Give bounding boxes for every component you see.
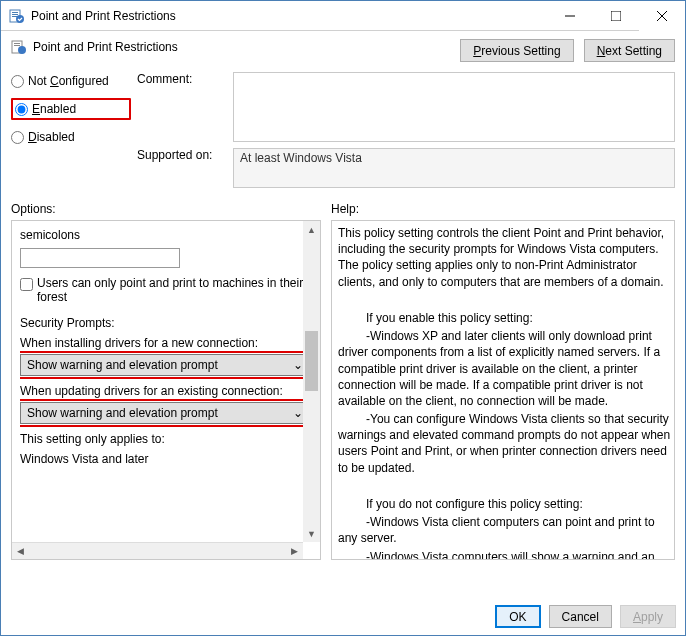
supported-label: Supported on: xyxy=(137,148,227,162)
minimize-button[interactable] xyxy=(547,1,593,31)
options-label: Options: xyxy=(11,202,321,216)
options-fragment-top: semicolons xyxy=(20,227,318,244)
chevron-down-icon: ⌄ xyxy=(293,358,303,372)
help-text: -Windows Vista client computers can poin… xyxy=(338,514,672,546)
scroll-down-icon[interactable]: ▼ xyxy=(303,525,320,542)
servers-input[interactable] xyxy=(20,248,180,268)
chevron-down-icon: ⌄ xyxy=(293,406,303,420)
scroll-right-icon[interactable]: ▶ xyxy=(286,543,303,560)
supported-on-value: At least Windows Vista xyxy=(233,148,675,188)
svg-point-4 xyxy=(16,15,24,23)
help-panel[interactable]: This policy setting controls the client … xyxy=(331,220,675,560)
scroll-left-icon[interactable]: ◀ xyxy=(12,543,29,560)
highlight-enabled: Enabled xyxy=(11,98,131,120)
help-text: If you do not configure this policy sett… xyxy=(338,496,672,512)
help-text: -You can configure Windows Vista clients… xyxy=(338,411,672,476)
svg-rect-10 xyxy=(14,43,20,44)
options-panel: semicolons Users can only point and prin… xyxy=(11,220,321,560)
maximize-button[interactable] xyxy=(593,1,639,31)
scroll-up-icon[interactable]: ▲ xyxy=(303,221,320,238)
forest-checkbox[interactable] xyxy=(20,278,33,291)
svg-rect-2 xyxy=(12,14,18,15)
apply-button: Apply xyxy=(620,605,676,628)
radio-disabled[interactable]: Disabled xyxy=(11,130,131,144)
scroll-thumb[interactable] xyxy=(305,331,318,391)
help-text: -Windows XP and later clients will only … xyxy=(338,328,672,409)
radio-not-configured[interactable]: Not Configured xyxy=(11,74,131,88)
titlebar: Point and Print Restrictions xyxy=(1,1,685,31)
ok-button[interactable]: OK xyxy=(495,605,540,628)
security-prompts-label: Security Prompts: xyxy=(20,316,318,330)
next-setting-button[interactable]: Next Setting xyxy=(584,39,675,62)
close-button[interactable] xyxy=(639,1,685,31)
comment-label: Comment: xyxy=(137,72,227,86)
radio-enabled[interactable]: Enabled xyxy=(15,102,123,116)
install-drivers-label: When installing drivers for a new connec… xyxy=(20,336,318,350)
svg-rect-1 xyxy=(12,12,18,13)
policy-icon xyxy=(11,39,27,55)
update-drivers-select[interactable]: Show warning and elevation prompt ⌄ xyxy=(20,402,308,424)
policy-icon xyxy=(9,8,25,24)
options-horizontal-scrollbar[interactable]: ◀ ▶ xyxy=(12,542,303,559)
svg-rect-6 xyxy=(611,11,621,21)
help-text: -Windows Vista computers will show a war… xyxy=(338,549,672,560)
update-drivers-label: When updating drivers for an existing co… xyxy=(20,384,318,398)
help-label: Help: xyxy=(331,202,675,216)
applies-to-value: Windows Vista and later xyxy=(20,452,318,466)
window-title: Point and Print Restrictions xyxy=(31,9,547,23)
forest-checkbox-label: Users can only point and print to machin… xyxy=(37,276,318,304)
svg-point-12 xyxy=(18,46,26,54)
help-text: This policy setting controls the client … xyxy=(338,225,672,290)
comment-textarea[interactable] xyxy=(233,72,675,142)
cancel-button[interactable]: Cancel xyxy=(549,605,612,628)
previous-setting-button[interactable]: Previous Setting xyxy=(460,39,573,62)
help-text: If you enable this policy setting: xyxy=(338,310,672,326)
dialog-footer: OK Cancel Apply xyxy=(0,597,686,636)
svg-rect-11 xyxy=(14,45,20,46)
applies-to-label: This setting only applies to: xyxy=(20,432,318,446)
options-vertical-scrollbar[interactable]: ▲ ▼ xyxy=(303,221,320,542)
page-title: Point and Print Restrictions xyxy=(33,40,178,54)
install-drivers-select[interactable]: Show warning and elevation prompt ⌄ xyxy=(20,354,308,376)
